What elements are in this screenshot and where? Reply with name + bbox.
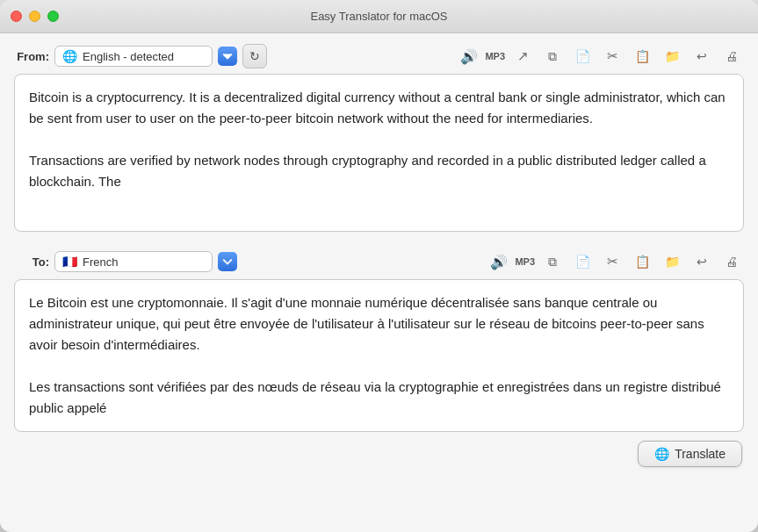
source-language-selector[interactable]: 🌐 English - detected [54,46,213,67]
chevron-down-icon [222,51,233,61]
dest-flag: 🇫🇷 [62,255,77,269]
dest-print-button[interactable]: 🖨 [719,249,744,274]
source-share-button[interactable]: ↗ [510,44,535,68]
source-language-chevron[interactable] [218,47,237,66]
source-paste-button[interactable]: 📋 [630,44,654,68]
doc-icon-dest: 📄 [575,255,590,269]
mp3-label: MP3 [485,51,505,61]
paste-icon: 📋 [635,49,650,63]
dest-text-panel[interactable]: Le Bitcoin est une cryptomonnaie. Il s'a… [14,279,744,432]
titlebar: Easy Translator for macOS [0,0,758,33]
maximize-button[interactable] [47,11,59,22]
traffic-lights [11,11,59,22]
chevron-down-icon [222,256,233,267]
to-label: To: [14,255,49,269]
speaker-icon-dest: 🔊 [490,254,508,270]
file-icon: 📁 [665,49,680,63]
dest-doc-button[interactable]: 📄 [570,249,595,274]
file-icon-dest: 📁 [665,255,680,269]
dest-language-selector[interactable]: 🇫🇷 French [54,251,213,272]
copy-icon: ⧉ [548,49,557,64]
translate-label: Translate [675,447,726,461]
dest-paste-button[interactable]: 📋 [630,249,654,274]
paste-icon-dest: 📋 [635,255,650,269]
source-doc-button[interactable]: 📄 [570,44,595,68]
source-print-button[interactable]: 🖨 [719,44,744,68]
close-button[interactable] [11,11,22,22]
dest-language-chevron[interactable] [218,252,237,271]
source-cut-button[interactable]: ✂ [600,44,624,68]
dest-cut-button[interactable]: ✂ [600,249,624,274]
dest-undo-button[interactable]: ↩ [689,249,714,274]
speaker-icon: 🔊 [460,48,478,65]
from-label: From: [14,50,49,63]
dest-language-text: French [83,255,205,269]
print-icon-dest: 🖨 [726,255,738,269]
translate-button[interactable]: 🌐 Translate [638,441,742,467]
copy-icon-dest: ⧉ [548,255,557,270]
destination-toolbar: To: 🇫🇷 French 🔊 MP3 ⧉ [14,249,744,274]
source-undo-button[interactable]: ↩ [689,44,714,68]
dest-copy-button[interactable]: ⧉ [540,249,565,274]
main-content: From: 🌐 English - detected ↻ � [0,33,758,532]
refresh-icon: ↻ [249,49,260,63]
window-title: Easy Translator for macOS [310,10,447,23]
source-file-button[interactable]: 📁 [660,44,684,68]
mp3-label-dest: MP3 [515,256,535,267]
source-copy-button[interactable]: ⧉ [540,44,565,68]
app-window: Easy Translator for macOS From: 🌐 Englis… [0,0,758,532]
undo-icon-dest: ↩ [697,255,707,269]
scissors-icon-dest: ✂ [607,254,618,270]
dest-file-button[interactable]: 📁 [660,249,684,274]
share-icon: ↗ [517,48,529,64]
print-icon: 🖨 [726,49,738,63]
source-section: From: 🌐 English - detected ↻ � [14,44,744,232]
source-flag: 🌐 [62,49,77,63]
undo-icon: ↩ [697,49,707,63]
translate-globe-icon: 🌐 [654,447,669,461]
source-speak-button[interactable]: 🔊 [457,44,481,68]
minimize-button[interactable] [29,11,40,22]
doc-icon: 📄 [575,49,590,63]
dest-text: Le Bitcoin est une cryptomonnaie. Il s'a… [29,295,725,415]
source-text: Bitcoin is a cryptocurrency. It is a dec… [29,90,729,189]
destination-section: To: 🇫🇷 French 🔊 MP3 ⧉ [14,249,744,432]
source-text-panel[interactable]: Bitcoin is a cryptocurrency. It is a dec… [14,74,744,232]
refresh-button[interactable]: ↻ [242,44,267,68]
dest-speak-button[interactable]: 🔊 [487,249,511,274]
bottom-toolbar: 🌐 Translate [14,441,744,471]
source-language-text: English - detected [83,50,205,63]
source-toolbar: From: 🌐 English - detected ↻ � [14,44,744,68]
scissors-icon: ✂ [607,48,618,64]
